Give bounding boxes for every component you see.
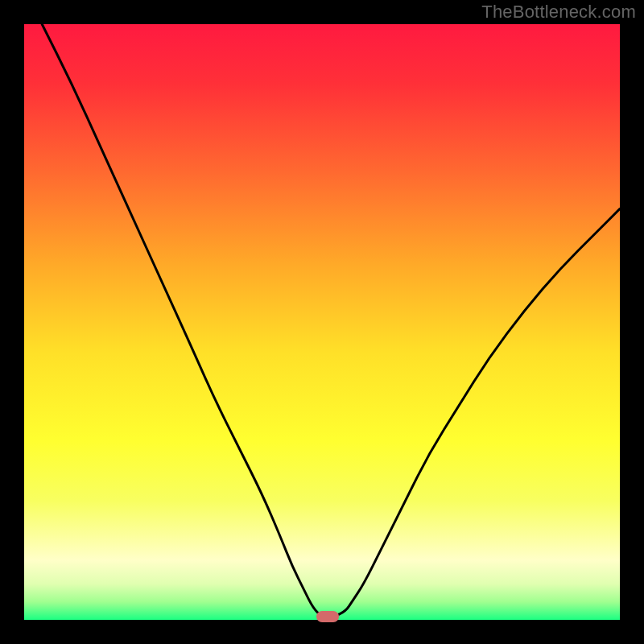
optimal-marker	[316, 611, 339, 622]
chart-plot	[24, 24, 620, 620]
chart-frame: TheBottleneck.com	[0, 0, 644, 644]
gradient-background	[24, 24, 620, 620]
watermark-text: TheBottleneck.com	[481, 2, 636, 23]
